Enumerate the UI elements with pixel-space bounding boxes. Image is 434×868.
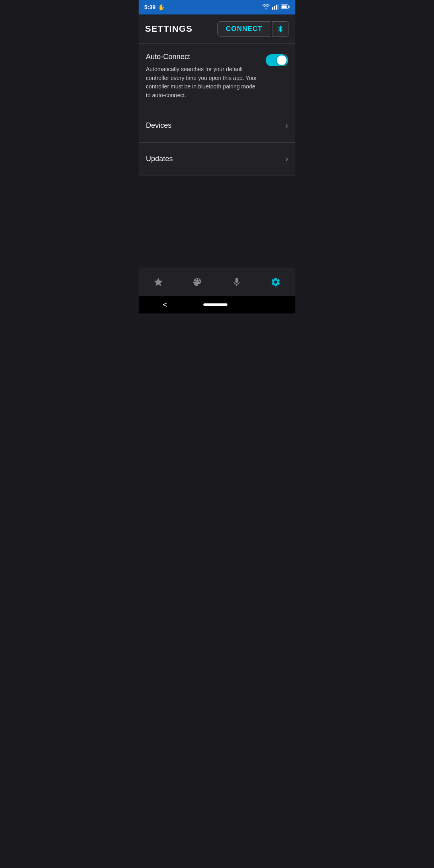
- svg-rect-0: [272, 7, 273, 10]
- devices-label: Devices: [146, 121, 172, 130]
- touch-icon: ✋: [158, 4, 165, 10]
- svg-rect-5: [282, 6, 287, 8]
- toggle-thumb: [277, 55, 287, 65]
- status-right: [262, 4, 290, 11]
- header-actions: CONNECT: [217, 21, 289, 37]
- connect-button[interactable]: CONNECT: [217, 21, 270, 37]
- signal-icon: [272, 4, 278, 11]
- updates-label: Updates: [146, 155, 173, 163]
- battery-icon: [281, 4, 290, 10]
- status-left: 5:39 ✋: [144, 4, 165, 10]
- nav-item-microphone[interactable]: [217, 277, 256, 287]
- devices-row[interactable]: Devices ›: [139, 109, 295, 142]
- toggle-track: [266, 54, 288, 66]
- auto-connect-toggle[interactable]: [266, 54, 288, 66]
- devices-arrow-icon: ›: [285, 121, 288, 131]
- nav-item-favorites[interactable]: [139, 277, 178, 287]
- home-indicator[interactable]: [203, 303, 227, 306]
- back-button[interactable]: <: [163, 300, 168, 309]
- page-title: SETTINGS: [145, 24, 192, 34]
- header: SETTINGS CONNECT: [139, 14, 295, 43]
- system-nav-bar: <: [139, 296, 295, 313]
- updates-arrow-icon: ›: [285, 154, 288, 164]
- svg-rect-1: [274, 6, 275, 10]
- status-time: 5:39: [144, 4, 156, 10]
- updates-row[interactable]: Updates ›: [139, 143, 295, 176]
- nav-item-settings[interactable]: [256, 277, 296, 287]
- svg-rect-6: [289, 6, 290, 8]
- nav-item-themes[interactable]: [178, 277, 217, 287]
- autoconnect-title: Auto-Connect: [146, 53, 261, 61]
- autoconnect-description: Automatically searches for your default …: [146, 65, 261, 100]
- empty-content-area: [139, 176, 295, 268]
- auto-connect-section: Auto-Connect Automatically searches for …: [139, 44, 295, 109]
- svg-rect-2: [276, 5, 277, 10]
- wifi-icon: [262, 4, 270, 11]
- autoconnect-text: Auto-Connect Automatically searches for …: [146, 53, 261, 100]
- bluetooth-button[interactable]: [272, 21, 289, 37]
- svg-rect-3: [278, 4, 279, 10]
- auto-connect-toggle-wrapper[interactable]: [266, 53, 288, 66]
- bottom-nav: [139, 268, 295, 296]
- status-bar: 5:39 ✋: [139, 0, 295, 14]
